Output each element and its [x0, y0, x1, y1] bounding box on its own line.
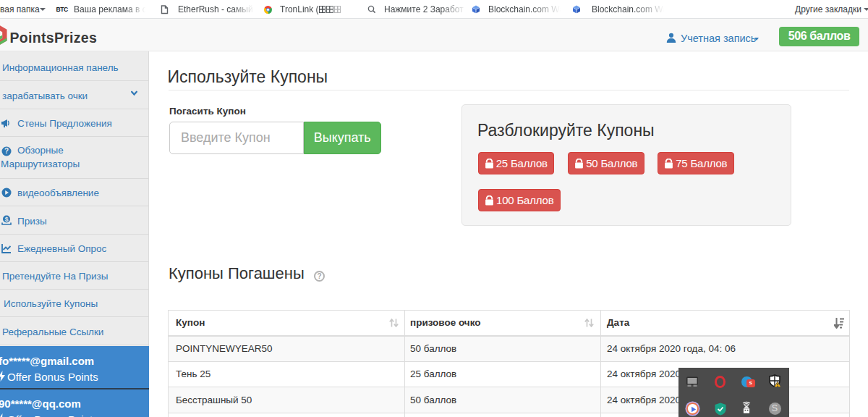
- svg-text:$: $: [5, 216, 9, 223]
- svg-text:?: ?: [4, 147, 9, 155]
